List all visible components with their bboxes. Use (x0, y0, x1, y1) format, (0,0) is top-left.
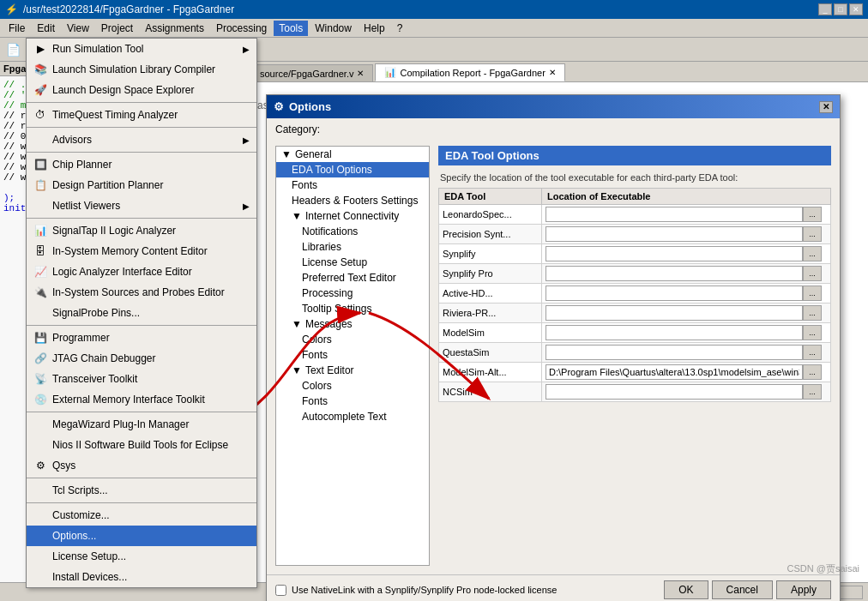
run-sim-arrow: ▶ (243, 45, 250, 54)
menu-item-run-sim[interactable]: ▶ Run Simulation Tool ▶ (27, 39, 256, 59)
tcl-label: Tcl Scripts... (52, 484, 108, 496)
cat-msg-colors[interactable]: Colors (276, 332, 429, 347)
col-tool-header: EDA Tool (439, 189, 542, 205)
cat-headers[interactable]: Headers & Footers Settings (276, 193, 429, 208)
menu-item-signalprobe[interactable]: SignalProbe Pins... (27, 303, 256, 323)
menu-item-options[interactable]: Options... (27, 526, 256, 546)
menu-item-customize[interactable]: Customize... (27, 505, 256, 526)
timequest-icon: ⏱ (33, 108, 47, 122)
cat-msg-fonts[interactable]: Fonts (276, 347, 429, 363)
menu-bar: File Edit View Project Assignments Proce… (0, 19, 868, 38)
browse-button[interactable]: ... (803, 364, 822, 380)
cat-libraries[interactable]: Libraries (276, 239, 429, 255)
cat-general[interactable]: ▼ General (276, 147, 429, 162)
menu-item-advisors[interactable]: Advisors ▶ (27, 129, 256, 150)
cat-te-colors[interactable]: Colors (276, 378, 429, 394)
browse-button[interactable]: ... (803, 246, 822, 261)
cat-internet[interactable]: ▼ Internet Connectivity (276, 208, 429, 224)
location-input[interactable] (546, 384, 803, 400)
maximize-button[interactable]: □ (834, 3, 847, 15)
browse-button[interactable]: ... (803, 285, 822, 301)
menu-item-tcl[interactable]: Tcl Scripts... (27, 480, 256, 501)
menu-item-jtag[interactable]: 🔗 JTAG Chain Debugger (27, 348, 256, 369)
location-input[interactable] (546, 345, 803, 360)
tab-source-close[interactable]: ✕ (357, 69, 364, 78)
menu-item-netlist[interactable]: Netlist Viewers ▶ (27, 195, 256, 216)
location-input[interactable] (546, 325, 803, 340)
apply-button[interactable]: Apply (776, 580, 831, 599)
cat-text-editor[interactable]: ▼ Text Editor (276, 363, 429, 378)
footer-buttons: OK Cancel Apply (664, 580, 831, 599)
browse-button[interactable]: ... (803, 384, 822, 400)
cat-te-fonts[interactable]: Fonts (276, 394, 429, 409)
cat-tooltip[interactable]: Tooltip Settings (276, 301, 429, 316)
cat-autocomplete[interactable]: Autocomplete Text (276, 409, 429, 424)
menu-item-in-sys-mem[interactable]: 🗄 In-System Memory Content Editor (27, 241, 256, 261)
minimize-button[interactable]: _ (818, 3, 832, 15)
menu-item-logic-analyzer[interactable]: 📈 Logic Analyzer Interface Editor (27, 261, 256, 282)
cat-fonts[interactable]: Fonts (276, 177, 429, 193)
nativelink-checkbox[interactable] (275, 585, 286, 596)
location-input[interactable] (546, 285, 803, 301)
menu-file[interactable]: File (3, 21, 30, 36)
cat-notifications[interactable]: Notifications (276, 224, 429, 239)
cat-eda-tool[interactable]: EDA Tool Options (276, 162, 429, 177)
menu-window[interactable]: Window (310, 21, 357, 36)
menu-tools[interactable]: Tools (274, 21, 308, 36)
tb-new[interactable]: 📄 (3, 40, 22, 59)
menu-edit[interactable]: Edit (32, 21, 60, 36)
browse-button[interactable]: ... (803, 226, 822, 242)
menu-item-megawizard[interactable]: MegaWizard Plug-In Manager (27, 414, 256, 435)
browse-button[interactable]: ... (803, 266, 822, 281)
menu-item-nios2[interactable]: Nios II Software Build Tools for Eclipse (27, 435, 256, 455)
menu-item-transceiver[interactable]: 📡 Transceiver Toolkit (27, 369, 256, 389)
menu-processing[interactable]: Processing (211, 21, 272, 36)
dialog-close-button[interactable]: ✕ (819, 101, 833, 113)
close-app-button[interactable]: ✕ (849, 3, 863, 15)
sep8 (27, 502, 256, 503)
location-input[interactable] (546, 305, 803, 321)
location-input[interactable] (546, 246, 803, 261)
browse-button[interactable]: ... (803, 345, 822, 360)
location-input[interactable] (546, 226, 803, 242)
dialog-title-bar: ⚙ Options ✕ (267, 95, 840, 118)
menu-assignments[interactable]: Assignments (140, 21, 209, 36)
location-input[interactable] (546, 266, 803, 281)
cat-license-setup[interactable]: License Setup (276, 255, 429, 270)
tab-source-label: source/FpgaGardner.v (260, 69, 353, 79)
menu-item-launch-dse[interactable]: 🚀 Launch Design Space Explorer (27, 80, 256, 100)
menu-item-ext-mem[interactable]: 💿 External Memory Interface Toolkit (27, 389, 256, 410)
menu-question[interactable]: ? (392, 21, 408, 36)
menu-item-timequest[interactable]: ⏱ TimeQuest Timing Analyzer (27, 105, 256, 125)
cancel-button[interactable]: Cancel (712, 580, 773, 599)
tab-report[interactable]: 📊 Compilation Report - FpgaGardner ✕ (375, 63, 564, 81)
location-input[interactable] (546, 207, 803, 222)
te-colors-label: Colors (302, 380, 332, 392)
sep5 (27, 325, 256, 326)
options-dialog[interactable]: ⚙ Options ✕ Category: ▼ General EDA Tool… (266, 94, 841, 601)
programmer-icon: 💾 (33, 331, 47, 345)
tab-report-close[interactable]: ✕ (549, 68, 556, 77)
menu-item-chip-planner[interactable]: 🔲 Chip Planner (27, 154, 256, 175)
browse-button[interactable]: ... (803, 207, 822, 222)
menu-item-design-partition[interactable]: 📋 Design Partition Planner (27, 175, 256, 195)
menu-item-in-sys-src[interactable]: 🔌 In-System Sources and Probes Editor (27, 282, 256, 303)
menu-view[interactable]: View (62, 21, 94, 36)
menu-project[interactable]: Project (96, 21, 138, 36)
location-input[interactable] (546, 364, 803, 380)
cat-processing[interactable]: Processing (276, 285, 429, 301)
tool-name-cell: Riviera-PR... (439, 304, 542, 323)
menu-item-license[interactable]: License Setup... (27, 546, 256, 567)
menu-item-signaltap[interactable]: 📊 SignalTap II Logic Analyzer (27, 220, 256, 241)
menu-item-install[interactable]: Install Devices... (27, 567, 256, 587)
browse-button[interactable]: ... (803, 305, 822, 321)
cat-messages[interactable]: ▼ Messages (276, 316, 429, 332)
customize-icon (33, 508, 47, 522)
menu-item-qsys[interactable]: ⚙ Qsys (27, 455, 256, 476)
browse-button[interactable]: ... (803, 325, 822, 340)
menu-item-launch-lib[interactable]: 📚 Launch Simulation Library Compiler (27, 59, 256, 80)
menu-item-programmer[interactable]: 💾 Programmer (27, 328, 256, 348)
ok-button[interactable]: OK (664, 580, 708, 599)
menu-help[interactable]: Help (359, 21, 390, 36)
cat-pref-editor[interactable]: Preferred Text Editor (276, 270, 429, 285)
